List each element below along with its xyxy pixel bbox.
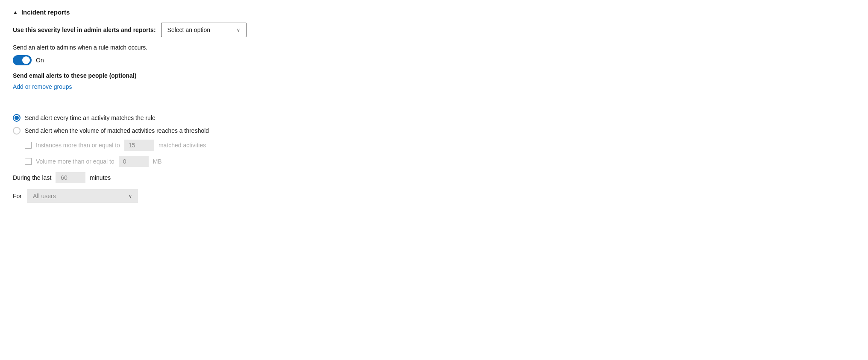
for-dropdown[interactable]: All users ∨: [27, 189, 138, 203]
during-row: During the last minutes: [13, 172, 855, 183]
instances-label: Instances more than or equal to: [36, 142, 120, 149]
volume-checkbox[interactable]: [25, 158, 32, 165]
alert-toggle-row: On: [13, 55, 855, 65]
severity-row: Use this severity level in admin alerts …: [13, 23, 855, 37]
instances-checkbox[interactable]: [25, 142, 32, 149]
radio-option-2-label: Send alert when the volume of matched ac…: [25, 127, 209, 134]
section-header: ▲ Incident reports: [13, 9, 855, 16]
volume-input[interactable]: [119, 156, 149, 167]
email-alerts-label: Send email alerts to these people (optio…: [13, 72, 855, 79]
toggle-knob: [22, 56, 30, 64]
during-unit: minutes: [90, 174, 111, 181]
during-label: During the last: [13, 174, 51, 181]
instances-row: Instances more than or equal to matched …: [25, 140, 855, 151]
severity-dropdown[interactable]: Select an option ∨: [161, 23, 246, 37]
section-title: Incident reports: [21, 9, 70, 16]
add-remove-groups-link[interactable]: Add or remove groups: [13, 83, 72, 90]
volume-unit: MB: [153, 158, 162, 165]
severity-label: Use this severity level in admin alerts …: [13, 26, 156, 33]
severity-dropdown-text: Select an option: [167, 26, 210, 33]
radio-option-2[interactable]: [13, 127, 21, 135]
for-dropdown-arrow: ∨: [129, 193, 132, 199]
alert-toggle[interactable]: [13, 55, 32, 65]
alert-admin-label: Send an alert to admins when a rule matc…: [13, 44, 855, 51]
volume-row: Volume more than or equal to MB: [25, 156, 855, 167]
instances-unit: matched activities: [158, 142, 206, 149]
for-dropdown-text: All users: [33, 193, 56, 199]
threshold-section: Instances more than or equal to matched …: [25, 140, 855, 167]
instances-input[interactable]: [124, 140, 154, 151]
radio-option-2-row: Send alert when the volume of matched ac…: [13, 127, 855, 135]
for-row: For All users ∨: [13, 189, 855, 203]
severity-dropdown-arrow: ∨: [237, 27, 240, 33]
radio-option-1-label: Send alert every time an activity matche…: [25, 114, 155, 121]
radio-option-1[interactable]: [13, 114, 21, 122]
volume-label: Volume more than or equal to: [36, 158, 114, 165]
during-input[interactable]: [56, 172, 85, 183]
for-label: For: [13, 193, 22, 199]
radio-option-1-row: Send alert every time an activity matche…: [13, 114, 855, 122]
toggle-state-label: On: [36, 57, 44, 64]
collapse-icon[interactable]: ▲: [13, 9, 18, 15]
